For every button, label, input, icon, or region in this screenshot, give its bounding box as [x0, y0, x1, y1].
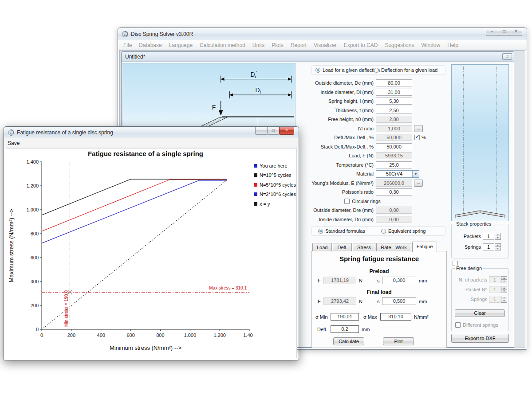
- stack-properties-title: Stack properties: [455, 221, 493, 227]
- inside-diameter-input[interactable]: 31,00: [376, 89, 412, 96]
- spin-down-icon: ▼: [501, 299, 507, 303]
- menu-save[interactable]: Save: [4, 138, 23, 148]
- defl-input[interactable]: 0.2: [331, 325, 359, 333]
- svg-text:600: 600: [31, 255, 39, 260]
- springs-spinner[interactable]: ▲▼: [495, 243, 501, 250]
- menu-visualizer[interactable]: Visualizer: [310, 40, 340, 50]
- svg-text:1.000: 1.000: [26, 207, 39, 212]
- thickness-input[interactable]: 2,50: [376, 107, 412, 114]
- form-row: Stack Defl./Max-Defl., %50,000: [298, 142, 449, 152]
- maximize-button[interactable]: □: [498, 28, 510, 36]
- sigma-min-label: σ Min: [315, 314, 328, 320]
- chart-menubar: Save: [4, 138, 299, 148]
- mode-option-load[interactable]: Load for a given deflection: [315, 67, 380, 73]
- mode-option-deflection[interactable]: Deflection for a given load: [374, 67, 437, 73]
- spring-height-input[interactable]: 5,30: [376, 98, 412, 105]
- stack-defl-input[interactable]: 50,000: [376, 143, 412, 150]
- springs-input[interactable]: 1: [483, 243, 494, 250]
- menu-suggestions[interactable]: Suggestions: [381, 40, 418, 50]
- sigma-max-input[interactable]: 310.10: [380, 313, 411, 321]
- clear-button[interactable]: Clear: [455, 309, 505, 317]
- document-title: Untitled*: [125, 54, 145, 60]
- legend-item: N=5*10^5 cycles: [254, 180, 300, 190]
- legend-item: x = y: [254, 199, 300, 209]
- menu-export-to-cad[interactable]: Export to CAD: [340, 40, 382, 50]
- document-restore-button[interactable]: □: [502, 53, 512, 60]
- menu-help[interactable]: Help: [444, 40, 462, 50]
- chart-close-button[interactable]: ×: [279, 127, 294, 135]
- form-row: Inside diameter, Dri (mm)0,00: [298, 215, 449, 224]
- form-row: Outside diameter, Dre (mm)0,00: [298, 206, 449, 215]
- final-deflection-input[interactable]: 0,500: [382, 297, 416, 305]
- spin-up-icon: ▲: [501, 286, 507, 290]
- tab-stress[interactable]: Stress: [353, 243, 375, 251]
- packets-input[interactable]: 1: [483, 233, 494, 240]
- chart-window: Fatigue resistance of a single disc spri…: [4, 126, 299, 360]
- radio-load-for-deflection[interactable]: [315, 68, 320, 73]
- combo-arrow-icon[interactable]: ▼: [412, 171, 419, 177]
- spin-down-icon[interactable]: ▼: [495, 236, 501, 240]
- legend-item: You are here: [254, 161, 300, 171]
- tab-load[interactable]: Load: [312, 243, 332, 251]
- chart-maximize-button[interactable]: □: [267, 127, 280, 135]
- menu-plots[interactable]: Plots: [268, 40, 287, 50]
- spin-down-icon[interactable]: ▼: [495, 247, 501, 250]
- svg-text:0: 0: [36, 327, 39, 332]
- tab-rate-work[interactable]: Rate - Work: [376, 243, 411, 251]
- temperature-input[interactable]: 25,0: [376, 161, 412, 168]
- menu-language[interactable]: Language: [166, 40, 196, 50]
- svg-text:600: 600: [126, 332, 134, 338]
- sigma-min-input[interactable]: 190.01: [331, 313, 359, 321]
- form-row: Load, F (N)5933,15: [298, 151, 449, 160]
- circular-rings-label: Circular rings: [352, 199, 381, 204]
- t-ratio-more-button[interactable]: ...: [414, 125, 423, 132]
- different-springs-checkbox[interactable]: [455, 322, 461, 328]
- spin-up-icon: ▲: [501, 296, 507, 300]
- calculate-button[interactable]: Calculate: [333, 337, 364, 345]
- menu-calculation-method[interactable]: Calculation method: [196, 40, 249, 50]
- chart-window-icon: [8, 129, 15, 136]
- outside-diameter-input[interactable]: 80,00: [376, 79, 412, 86]
- radio-equivalent-spring[interactable]: [381, 229, 386, 234]
- chart-titlebar: Fatigue resistance of a single disc spri…: [4, 127, 299, 138]
- legend-swatch: [254, 202, 257, 206]
- radio-deflection-for-load[interactable]: [374, 68, 379, 73]
- fatigue-title: Spring fatigue resistance: [312, 255, 446, 262]
- youngs-modulus-more-button[interactable]: ...: [414, 180, 423, 187]
- export-to-dxf-button[interactable]: Export to DXF: [451, 334, 509, 343]
- sigma-max-label: σ Max: [363, 314, 377, 320]
- material-select[interactable]: 50CrV4▼: [376, 170, 419, 178]
- poissons-ratio-input[interactable]: 0,30: [376, 188, 412, 196]
- main-window-title: Disc Spring Solver v3.00R: [131, 31, 193, 37]
- packets-spinner[interactable]: ▲▼: [495, 233, 501, 240]
- menu-report[interactable]: Report: [287, 40, 310, 50]
- circular-rings-checkbox[interactable]: [344, 199, 350, 204]
- menu-window[interactable]: Window: [418, 40, 444, 50]
- spin-up-icon[interactable]: ▲: [495, 243, 501, 247]
- radio-standard-formulas[interactable]: [318, 229, 323, 234]
- menu-file[interactable]: File: [120, 40, 135, 50]
- close-button[interactable]: ×: [510, 28, 522, 36]
- preload-heading: Preload: [312, 268, 446, 274]
- force-label: F: [212, 104, 216, 111]
- menu-units[interactable]: Units: [249, 40, 268, 50]
- main-window-controls: − □ ×: [486, 28, 522, 36]
- equivalent-spring-option[interactable]: Equivalent spring: [381, 228, 426, 234]
- standard-formulas-option[interactable]: Standard formulas: [318, 228, 365, 234]
- preload-deflection-input[interactable]: 0,300: [382, 277, 416, 284]
- free-springs-input: 1: [489, 296, 500, 303]
- menu-database[interactable]: Database: [135, 40, 165, 50]
- svg-text:1.400: 1.400: [26, 159, 39, 164]
- legend-item: N=2*10^6 cycles: [254, 190, 300, 200]
- svg-text:1.200: 1.200: [26, 183, 39, 188]
- formulas-group: Standard formulas Equivalent spring: [311, 226, 445, 236]
- n-of-packets-spinner: ▲▼: [501, 276, 507, 283]
- tab-defl[interactable]: Defl.: [333, 243, 352, 251]
- tab-fatigue[interactable]: Fatigue: [412, 242, 437, 252]
- plot-button[interactable]: Plot: [383, 337, 414, 345]
- spin-up-icon[interactable]: ▲: [495, 233, 501, 237]
- percent-checkbox[interactable]: [414, 135, 420, 140]
- minimize-button[interactable]: −: [486, 28, 498, 36]
- chart-minimize-button[interactable]: −: [255, 127, 268, 135]
- form-row: Defl./Max-Defl., %50,000%: [298, 133, 449, 142]
